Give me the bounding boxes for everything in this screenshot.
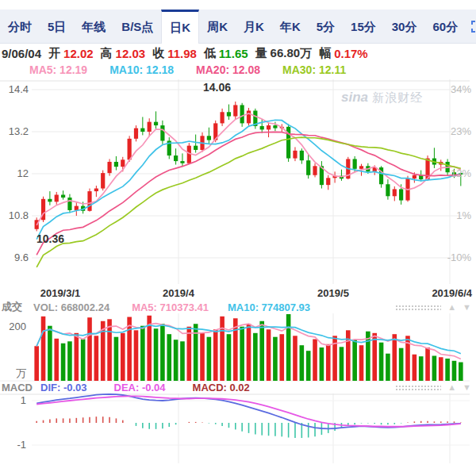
volume-ma5-value: MA5: 710373.41 (132, 301, 209, 313)
quote-field-value: 11.98 (167, 47, 197, 60)
ma5-line (36, 113, 461, 225)
quote-field-value: 12.02 (63, 47, 94, 60)
sina-watermark: sina 新浪财经 (341, 90, 423, 106)
price-axis-tick: 10.8 (0, 209, 29, 221)
period-tab-bar: 分时5日年线B/S点日K周K月K年K5分15分30分60分 (0, 10, 476, 44)
ma-values-row: MA5: 12.19 MA10: 12.18 MA20: 12.08 MA30:… (29, 63, 346, 78)
percent-axis-tick: 12% (436, 167, 471, 179)
macd-value: MACD: 0.02 (193, 382, 250, 393)
volume-ma10-value: MA10: 774807.93 (228, 301, 310, 313)
quote-field-label: 开 (48, 46, 60, 61)
candlestick-series (35, 102, 463, 231)
ma30-line (36, 137, 461, 267)
quote-field-label: 幅 (319, 46, 331, 61)
volume-panel-title: 成交 (2, 300, 22, 314)
volume-value: VOL: 668002.24 (33, 301, 109, 313)
dif-value: DIF: -0.03 (40, 382, 87, 393)
vertical-gridlines (178, 393, 450, 463)
tab-15分[interactable]: 15分 (343, 10, 384, 43)
volume-axis-unit: 万 (0, 367, 26, 381)
high-price-annotation: 14.06 (203, 81, 231, 94)
macd-axis-tick: 1 (0, 394, 26, 406)
volume-chart[interactable] (0, 313, 470, 382)
fullscreen-icon[interactable] (470, 20, 476, 33)
percent-axis-tick: 23% (436, 125, 471, 137)
ma5-value: MA5: 12.19 (29, 63, 87, 78)
volume-axis-tick: 200 (0, 321, 26, 332)
macd-panel-header: MACD DIF: -0.03 DEA: -0.04 MACD: 0.02 (2, 381, 250, 393)
quote-field-label: 量 (255, 46, 267, 61)
price-axis-tick: 14.4 (0, 83, 29, 95)
price-axis-tick: 9.6 (0, 251, 29, 263)
price-axis-tick: 13.2 (0, 125, 29, 137)
quote-field-value: 66.80万 (271, 46, 313, 61)
stock-chart-app: 分时5日年线B/S点日K周K月K年K5分15分30分60分 9/06/04 开1… (0, 0, 476, 476)
tab-60分[interactable]: 60分 (424, 10, 466, 43)
ma10-value: MA10: 12.18 (109, 63, 174, 78)
drag-handle-icon[interactable] (395, 385, 441, 390)
macd-chart[interactable] (0, 393, 470, 463)
tab-B/S点[interactable]: B/S点 (113, 10, 161, 43)
volume-panel-controls: ▲ ▼ (395, 303, 471, 312)
scroll-down-icon[interactable]: ▼ (463, 383, 471, 392)
low-price-annotation: 10.36 (36, 232, 64, 245)
quote-field-value: 0.17% (334, 47, 368, 60)
tab-月K[interactable]: 月K (236, 10, 272, 43)
tab-5日[interactable]: 5日 (40, 10, 74, 43)
quote-row: 9/06/04 开12.02高12.03收11.98低11.65量66.80万幅… (2, 45, 368, 61)
tab-周K[interactable]: 周K (199, 10, 236, 43)
tab-5分[interactable]: 5分 (309, 10, 343, 43)
quote-field-label: 高 (101, 46, 113, 61)
date-axis-tick: 2019/6/4 (432, 287, 472, 299)
quote-field-value: 12.03 (116, 47, 146, 60)
macd-panel-controls: ▲ ▼ (395, 383, 471, 392)
sina-logo: sina (341, 90, 368, 105)
scroll-up-icon[interactable]: ▲ (447, 303, 456, 312)
drag-handle-icon[interactable] (395, 305, 441, 310)
volume-panel-header: 成交 VOL: 668002.24 MA5: 710373.41 MA10: 7… (2, 301, 310, 313)
price-axis-tick: 12 (0, 167, 29, 179)
date-axis-tick: 2019/5 (309, 287, 357, 299)
ma30-value: MA30: 12.11 (282, 63, 346, 78)
percent-axis-tick: -10% (436, 251, 471, 263)
macd-axis-tick: -1 (0, 439, 26, 451)
quote-field-label: 低 (204, 46, 216, 61)
macd-panel-title: MACD (2, 382, 33, 393)
date-axis-tick: 2019/4 (155, 287, 202, 299)
quote-date: 9/06/04 (2, 47, 41, 60)
tab-分时[interactable]: 分时 (0, 10, 40, 43)
watermark-text: 新浪财经 (372, 90, 423, 104)
scroll-down-icon[interactable]: ▼ (463, 303, 471, 312)
tab-年线[interactable]: 年线 (74, 10, 113, 43)
ma20-value: MA20: 12.08 (196, 63, 260, 78)
scroll-up-icon[interactable]: ▲ (447, 383, 456, 392)
tab-年K[interactable]: 年K (272, 10, 309, 43)
quote-field-value: 11.65 (219, 47, 248, 60)
percent-axis-tick: 1% (436, 209, 471, 221)
candlestick-chart[interactable] (0, 79, 470, 284)
dea-value: DEA: -0.04 (114, 382, 166, 393)
tab-30分[interactable]: 30分 (384, 10, 425, 43)
ma10-line (36, 120, 461, 239)
tab-日K[interactable]: 日K (161, 10, 199, 44)
quote-field-label: 收 (152, 46, 164, 61)
percent-axis-tick: 34% (436, 83, 471, 95)
ma20-line (36, 132, 461, 255)
date-axis-tick: 2019/3/1 (35, 287, 86, 299)
